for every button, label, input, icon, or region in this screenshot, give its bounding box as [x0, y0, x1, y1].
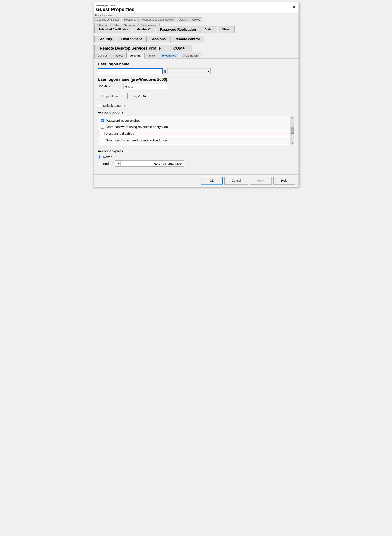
domain-select-wrapper[interactable]	[167, 68, 210, 74]
logon2-name-row: DOMAIN\	[98, 84, 294, 89]
bg-menu-row1: Udgivne certifikater Medlem af Replikeri…	[93, 17, 299, 23]
tab-object[interactable]: Object	[218, 26, 234, 33]
bg-tab-published-certs: Udgivne certifikater	[94, 17, 121, 22]
apply-button[interactable]: Apply	[250, 177, 272, 185]
tab-environment[interactable]: Environment	[117, 36, 146, 43]
window-large-title: Guest Properties	[96, 7, 296, 12]
unlock-account-row: Unlock account	[98, 104, 294, 107]
content-area: User logon name: @ User logon name (pre-…	[93, 58, 299, 174]
tab-address[interactable]: Address	[111, 53, 126, 58]
radio-end-of-label: End of:	[103, 162, 113, 166]
radio-never-label: Never	[103, 155, 112, 159]
dialog-window: Gæsteegenskaber Guest Properties ✕ Bruge…	[93, 2, 299, 187]
radio-end-of[interactable]	[98, 162, 101, 165]
tab-telephones[interactable]: Telephones	[159, 53, 179, 58]
bg-tab-replication: Replikering af adgangskode	[139, 17, 176, 22]
option-account-disabled-checkbox[interactable]	[101, 132, 104, 135]
option-password-never-expires: Password never expires	[98, 117, 294, 124]
title-bar: Gæsteegenskaber Guest Properties ✕	[93, 2, 299, 14]
tab-account[interactable]: Account	[127, 53, 144, 58]
help-button[interactable]: Help	[273, 177, 295, 185]
scroll-up-arrow[interactable]: ▲	[291, 117, 294, 119]
footer-buttons: OK Cancel Apply Help	[93, 174, 299, 187]
tab-password-replication[interactable]: Password Replication	[156, 26, 200, 33]
cancel-button[interactable]: Cancel	[224, 177, 248, 185]
tab-security[interactable]: Security	[94, 36, 116, 43]
account-expires-radio-group: Never End of: 2024 נובמבר 04 יום שני ▾	[98, 155, 294, 166]
radio-never-row: Never	[98, 155, 294, 159]
at-symbol: @	[163, 70, 167, 73]
option-smart-card: Smart card is required for interactive l…	[98, 137, 294, 143]
option-reversible-encryption: Store password using reversible encrypti…	[98, 124, 294, 130]
account-options-box: Password never expires Store password us…	[98, 116, 294, 145]
logon2-section: User logon name (pre-Windows 2000): DOMA…	[98, 77, 294, 89]
option-smart-card-label: Smart card is required for interactive l…	[106, 138, 167, 142]
date-input-wrapper: 2024 נובמבר 04 יום שני ▾	[115, 161, 184, 166]
bg-tab-member-of: Medlem af	[122, 17, 139, 22]
tabs-header-area: Brugerlogonnavn: Udgivne certifikater Me…	[93, 14, 299, 52]
tab-published-certificates[interactable]: Published Certificates	[94, 26, 132, 33]
option-account-disabled-label: Account is disabled	[106, 132, 134, 135]
main-tab-row: General Address Account Profile Telephon…	[93, 52, 299, 58]
bg-tab-objekt: Objekt	[190, 17, 202, 22]
date-calendar-button[interactable]: ▾	[117, 161, 121, 166]
date-value: 2024 נובמבר 04 יום שני	[122, 162, 183, 165]
tabs-row-security: Security Environment Sessions Remote con…	[93, 36, 299, 43]
tab-profile[interactable]: Profile	[144, 53, 158, 58]
domain-prefix-label: DOMAIN\	[98, 84, 124, 89]
account-options-heading: Account options:	[98, 110, 294, 114]
ok-button[interactable]: OK	[201, 177, 223, 185]
option-reversible-encryption-label: Store password using reversible encrypti…	[106, 125, 168, 129]
window-small-title: Gæsteegenskaber	[96, 4, 296, 7]
tab-member-of[interactable]: Member Of	[133, 26, 156, 33]
option-password-never-expires-label: Password never expires	[106, 119, 140, 122]
log-on-to-button[interactable]: Log On To...	[127, 93, 153, 100]
tab-general[interactable]: General	[94, 53, 110, 58]
logon-name-input[interactable]	[98, 68, 163, 74]
scroll-down-arrow[interactable]: ▼	[291, 142, 294, 144]
account-expires-heading: Account expires	[98, 149, 294, 153]
tooltip-label: Brugerlogonnavn:	[93, 14, 299, 17]
option-password-never-expires-checkbox[interactable]	[101, 119, 104, 122]
logon-buttons-row: Logon Hours... Log On To...	[98, 93, 294, 100]
unlock-account-checkbox[interactable]	[98, 104, 101, 107]
tabs-row-published: Published Certificates Member Of Passwor…	[93, 26, 299, 33]
logon2-name-input[interactable]	[124, 84, 167, 89]
tab-rds-profile[interactable]: Remote Desktop Services Profile	[94, 45, 166, 52]
tab-com-plus[interactable]: COM+	[167, 45, 191, 52]
unlock-account-label: Unlock account	[103, 104, 125, 107]
tab-organization[interactable]: Organization	[180, 53, 201, 58]
tab-dial-in[interactable]: Dial-in	[201, 26, 217, 33]
logon-name-row: @	[98, 68, 294, 74]
close-button[interactable]: ✕	[291, 4, 297, 10]
user-logon-label: User logon name:	[98, 62, 294, 66]
domain-select[interactable]	[167, 68, 210, 74]
scroll-thumb[interactable]	[291, 127, 294, 134]
tab-sessions[interactable]: Sessions	[146, 36, 170, 43]
options-scrollbar[interactable]: ▲ ▼	[290, 116, 294, 145]
user-logon-section: User logon name: @	[98, 62, 294, 74]
bg-tab-opkald: Opkald	[177, 17, 190, 22]
radio-never[interactable]	[98, 155, 101, 159]
option-smart-card-checkbox[interactable]	[101, 139, 104, 142]
tab-remote-control[interactable]: Remote control	[170, 36, 204, 43]
logon2-label: User logon name (pre-Windows 2000):	[98, 77, 294, 82]
option-reversible-encryption-checkbox[interactable]	[101, 125, 104, 129]
radio-endof-row: End of: 2024 נובמבר 04 יום שני ▾	[98, 161, 294, 166]
logon-hours-button[interactable]: Logon Hours...	[98, 93, 125, 100]
option-account-disabled: Account is disabled	[98, 130, 294, 137]
tabs-row-rds: Remote Desktop Services Profile COM+	[93, 45, 299, 52]
